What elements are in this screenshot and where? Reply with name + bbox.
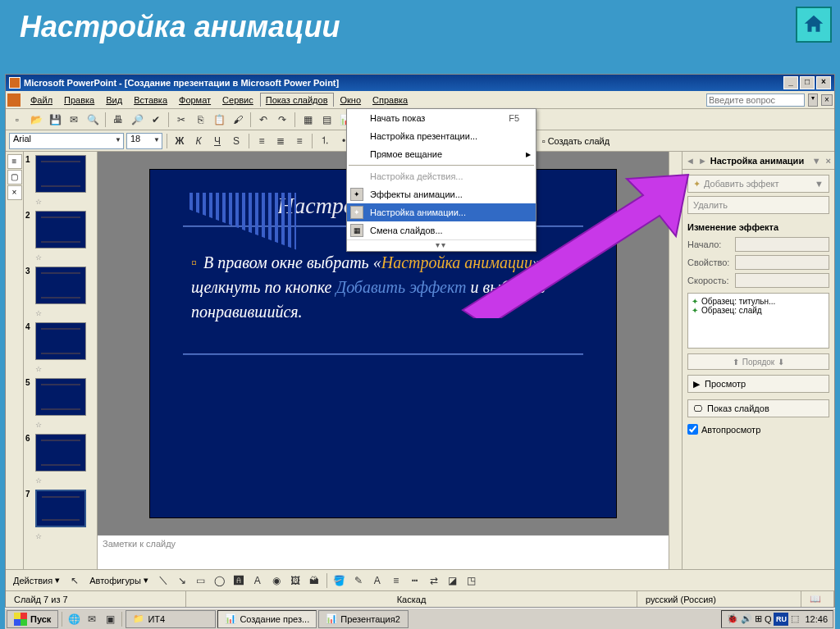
notes-pane[interactable]: Заметки к слайду [98, 535, 669, 569]
font-size-select[interactable]: 18 [126, 133, 162, 149]
vertical-scrollbar[interactable] [669, 152, 682, 569]
tray-icon[interactable]: 🔊 [741, 613, 752, 624]
bold-icon[interactable]: Ж [171, 133, 188, 149]
paste-icon[interactable]: 📋 [211, 112, 227, 128]
doc-close-button[interactable]: × [821, 94, 833, 106]
line-style-icon[interactable]: ≡ [388, 572, 404, 589]
autopreview-checkbox[interactable]: Автопросмотр [687, 424, 829, 435]
arrow-up-icon[interactable]: ⬆ [733, 358, 739, 367]
align-right-icon[interactable]: ≡ [291, 133, 308, 149]
tp-dropdown-icon[interactable]: ▼ [812, 156, 821, 166]
line-icon[interactable]: ＼ [155, 572, 171, 589]
tray-icon[interactable]: ⊞ [755, 613, 762, 624]
add-effect-button[interactable]: ✦Добавить эффект▼ [687, 175, 829, 193]
draw-actions-button[interactable]: Действия▾ [9, 572, 64, 589]
menu-help[interactable]: Справка [368, 93, 413, 107]
underline-icon[interactable]: Ч [209, 133, 226, 149]
menu-format[interactable]: Формат [174, 93, 216, 107]
quicklaunch-icon[interactable]: 🌐 [66, 611, 82, 627]
thumb-4[interactable]: 4 [25, 322, 95, 360]
menu-start-show[interactable]: Начать показF5 [347, 109, 536, 127]
rectangle-icon[interactable]: ▭ [193, 572, 209, 589]
menu-expand-icon[interactable]: ▾▾ [347, 239, 536, 251]
font-select[interactable]: Arial [9, 133, 124, 149]
property-select[interactable] [735, 255, 829, 270]
search-icon[interactable]: 🔍 [84, 112, 101, 128]
effect-list[interactable]: ✦Образец: титульн... ✦Образец: слайд [687, 293, 829, 349]
quicklaunch-icon[interactable]: ▣ [102, 611, 118, 627]
cut-icon[interactable]: ✂ [173, 112, 189, 128]
start-button[interactable]: Пуск [7, 610, 58, 628]
fill-color-icon[interactable]: 🪣 [331, 572, 348, 589]
tray-icon[interactable]: Q [765, 614, 772, 624]
taskbar-task[interactable]: 📊Создание през... [217, 610, 317, 628]
outline-tab[interactable]: ≡ [7, 154, 22, 169]
menu-custom-animation[interactable]: ✦Настройка анимации... [347, 203, 536, 221]
font-color-icon[interactable]: A [369, 572, 386, 589]
tp-back-icon[interactable]: ◄ [686, 156, 695, 166]
numbering-icon[interactable]: ⒈ [317, 133, 333, 149]
preview-button[interactable]: ▶Просмотр [687, 375, 829, 393]
menu-view[interactable]: Вид [101, 93, 127, 107]
arrow-down-icon[interactable]: ⬇ [778, 358, 784, 367]
align-left-icon[interactable]: ≡ [253, 133, 270, 149]
home-button[interactable] [796, 7, 832, 43]
save-icon[interactable]: 💾 [47, 112, 63, 128]
menu-insert[interactable]: Вставка [129, 93, 172, 107]
spell-icon[interactable]: ✔ [148, 112, 164, 128]
mail-icon[interactable]: ✉ [66, 112, 82, 128]
shadow-style-icon[interactable]: ◪ [445, 572, 461, 589]
italic-icon[interactable]: К [190, 133, 207, 149]
taskbar-task[interactable]: 📊Презентация2 [318, 610, 409, 628]
clipart-icon[interactable]: 🖼 [287, 572, 304, 589]
preview-icon[interactable]: 🔎 [129, 112, 145, 128]
menu-slide-transition[interactable]: ▦Смена слайдов... [347, 221, 536, 239]
table-icon[interactable]: ▤ [318, 112, 335, 128]
slides-tab[interactable]: ▢ [7, 170, 22, 185]
reorder-buttons[interactable]: ⬆Порядок⬇ [687, 353, 829, 370]
close-button[interactable]: × [816, 76, 831, 89]
language-indicator[interactable]: RU [774, 613, 788, 626]
copy-icon[interactable]: ⎘ [192, 112, 208, 128]
help-search-input[interactable] [706, 93, 805, 107]
thumb-5[interactable]: 5 [25, 378, 95, 416]
align-center-icon[interactable]: ≣ [272, 133, 289, 149]
speed-select[interactable] [735, 273, 829, 288]
shadow-icon[interactable]: S [228, 133, 244, 149]
thumb-1[interactable]: 1 [25, 155, 95, 193]
line-color-icon[interactable]: ✎ [350, 572, 367, 589]
status-spell-icon[interactable]: 📖 [801, 591, 834, 607]
thumb-3[interactable]: 3 [25, 267, 95, 304]
arrow-style-icon[interactable]: ⇄ [426, 572, 442, 589]
textbox-icon[interactable]: 🅰 [231, 572, 247, 589]
arrow-icon[interactable]: ↘ [174, 572, 190, 589]
remove-effect-button[interactable]: Удалить [687, 196, 829, 214]
tray-icon[interactable]: 🐞 [727, 613, 738, 624]
tray-icon[interactable]: ⬚ [791, 613, 799, 624]
menu-animation-schemes[interactable]: ✦Эффекты анимации... [347, 185, 536, 203]
menu-tools[interactable]: Сервис [217, 93, 258, 107]
help-dropdown-icon[interactable]: ▾ [808, 93, 818, 107]
redo-icon[interactable]: ↷ [274, 112, 290, 128]
maximize-button[interactable]: □ [800, 76, 815, 89]
slideshow-button[interactable]: 🖵Показ слайдов [687, 399, 829, 417]
menu-window[interactable]: Окно [336, 93, 367, 107]
taskbar-task[interactable]: 📁ИТ4 [126, 610, 216, 628]
close-pane-button[interactable]: × [7, 185, 22, 200]
tp-fwd-icon[interactable]: ► [698, 156, 707, 166]
diagram-icon[interactable]: ◉ [268, 572, 285, 589]
autoshapes-button[interactable]: Автофигуры▾ [85, 572, 153, 589]
thumb-6[interactable]: 6 [25, 434, 95, 472]
menu-broadcast[interactable]: Прямое вещание [347, 145, 536, 163]
new-icon[interactable]: ▫ [9, 112, 25, 128]
format-painter-icon[interactable]: 🖌 [230, 112, 246, 128]
chart-icon[interactable]: ▦ [299, 112, 316, 128]
menu-setup-show[interactable]: Настройка презентации... [347, 127, 536, 145]
menu-slideshow[interactable]: Показ слайдов [260, 93, 334, 107]
menu-file[interactable]: Файл [25, 93, 57, 107]
wordart-icon[interactable]: A [249, 572, 266, 589]
thumb-7[interactable]: 7 [25, 490, 95, 527]
dash-style-icon[interactable]: ┅ [407, 572, 423, 589]
open-icon[interactable]: 📂 [28, 112, 44, 128]
undo-icon[interactable]: ↶ [255, 112, 272, 128]
